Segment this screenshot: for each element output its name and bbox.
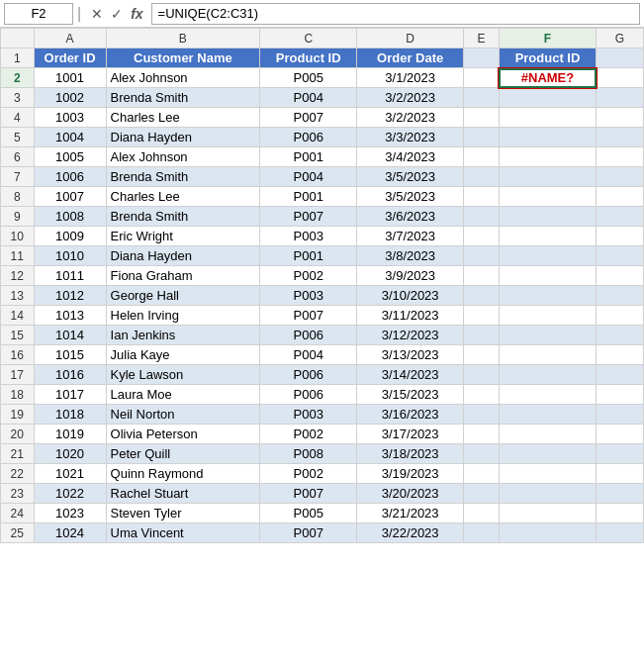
cell-g5[interactable] <box>597 128 644 147</box>
cell-a21[interactable]: 1020 <box>34 444 106 464</box>
cell-b1[interactable]: Customer Name <box>106 48 260 68</box>
cell-b21[interactable]: Peter Quill <box>106 444 260 464</box>
cell-d12[interactable]: 3/9/2023 <box>357 266 464 286</box>
cell-c8[interactable]: P001 <box>260 187 357 207</box>
cell-f25[interactable] <box>499 523 596 543</box>
cell-e8[interactable] <box>464 187 500 207</box>
cell-c1[interactable]: Product ID <box>260 48 357 68</box>
cell-a18[interactable]: 1017 <box>34 385 106 405</box>
cell-c19[interactable]: P003 <box>260 405 357 425</box>
cell-c12[interactable]: P002 <box>260 266 357 286</box>
cell-b24[interactable]: Steven Tyler <box>106 504 260 523</box>
cell-c6[interactable]: P001 <box>260 147 357 167</box>
cell-c17[interactable]: P006 <box>260 365 357 385</box>
cell-f11[interactable] <box>499 246 596 266</box>
cell-a17[interactable]: 1016 <box>34 365 106 385</box>
cell-g2[interactable] <box>597 68 644 88</box>
col-header-a[interactable]: A <box>34 29 106 48</box>
cell-c16[interactable]: P004 <box>260 345 357 365</box>
cell-b14[interactable]: Helen Irving <box>106 306 260 326</box>
cell-c9[interactable]: P007 <box>260 207 357 227</box>
cell-e7[interactable] <box>464 167 500 187</box>
cell-g11[interactable] <box>597 246 644 266</box>
cell-f18[interactable] <box>499 385 596 405</box>
cell-a7[interactable]: 1006 <box>34 167 106 187</box>
cell-e9[interactable] <box>464 207 500 227</box>
cell-g22[interactable] <box>597 464 644 484</box>
cell-g15[interactable] <box>597 326 644 345</box>
cell-b20[interactable]: Olivia Peterson <box>106 425 260 444</box>
cell-f3[interactable] <box>499 88 596 108</box>
col-header-f[interactable]: F <box>499 29 596 48</box>
cell-c2[interactable]: P005 <box>260 68 357 88</box>
cell-e23[interactable] <box>464 484 500 504</box>
cell-d24[interactable]: 3/21/2023 <box>357 504 464 523</box>
cell-c5[interactable]: P006 <box>260 128 357 147</box>
cell-c18[interactable]: P006 <box>260 385 357 405</box>
cell-f1[interactable]: Product ID <box>499 48 596 68</box>
cell-f14[interactable] <box>499 306 596 326</box>
cell-e20[interactable] <box>464 425 500 444</box>
cell-d19[interactable]: 3/16/2023 <box>357 405 464 425</box>
cell-d11[interactable]: 3/8/2023 <box>357 246 464 266</box>
cell-b4[interactable]: Charles Lee <box>106 108 260 128</box>
cell-a8[interactable]: 1007 <box>34 187 106 207</box>
cell-e2[interactable] <box>464 68 500 88</box>
cell-g3[interactable] <box>597 88 644 108</box>
cell-b11[interactable]: Diana Hayden <box>106 246 260 266</box>
cell-a9[interactable]: 1008 <box>34 207 106 227</box>
cell-d6[interactable]: 3/4/2023 <box>357 147 464 167</box>
cell-b12[interactable]: Fiona Graham <box>106 266 260 286</box>
cell-d18[interactable]: 3/15/2023 <box>357 385 464 405</box>
cell-f12[interactable] <box>499 266 596 286</box>
cell-a6[interactable]: 1005 <box>34 147 106 167</box>
cell-d22[interactable]: 3/19/2023 <box>357 464 464 484</box>
cell-g16[interactable] <box>597 345 644 365</box>
cell-c23[interactable]: P007 <box>260 484 357 504</box>
cell-e5[interactable] <box>464 128 500 147</box>
cell-f23[interactable] <box>499 484 596 504</box>
cell-c13[interactable]: P003 <box>260 286 357 306</box>
cell-c22[interactable]: P002 <box>260 464 357 484</box>
cell-b22[interactable]: Quinn Raymond <box>106 464 260 484</box>
cell-a13[interactable]: 1012 <box>34 286 106 306</box>
cell-b13[interactable]: George Hall <box>106 286 260 306</box>
cell-g1[interactable] <box>597 48 644 68</box>
cell-b23[interactable]: Rachel Stuart <box>106 484 260 504</box>
cell-a25[interactable]: 1024 <box>34 523 106 543</box>
cell-d15[interactable]: 3/12/2023 <box>357 326 464 345</box>
cell-c14[interactable]: P007 <box>260 306 357 326</box>
cell-a12[interactable]: 1011 <box>34 266 106 286</box>
cell-e22[interactable] <box>464 464 500 484</box>
cell-d9[interactable]: 3/6/2023 <box>357 207 464 227</box>
cell-d2[interactable]: 3/1/2023 <box>357 68 464 88</box>
cell-c24[interactable]: P005 <box>260 504 357 523</box>
cell-g4[interactable] <box>597 108 644 128</box>
name-box[interactable] <box>4 3 73 25</box>
cell-g19[interactable] <box>597 405 644 425</box>
cell-d17[interactable]: 3/14/2023 <box>357 365 464 385</box>
cell-g13[interactable] <box>597 286 644 306</box>
cell-e3[interactable] <box>464 88 500 108</box>
cell-e1[interactable] <box>464 48 500 68</box>
cell-e21[interactable] <box>464 444 500 464</box>
cell-g6[interactable] <box>597 147 644 167</box>
cell-b7[interactable]: Brenda Smith <box>106 167 260 187</box>
cell-a15[interactable]: 1014 <box>34 326 106 345</box>
cell-a3[interactable]: 1002 <box>34 88 106 108</box>
cell-c3[interactable]: P004 <box>260 88 357 108</box>
cell-f9[interactable] <box>499 207 596 227</box>
cell-f19[interactable] <box>499 405 596 425</box>
cell-a4[interactable]: 1003 <box>34 108 106 128</box>
cell-f17[interactable] <box>499 365 596 385</box>
cell-e24[interactable] <box>464 504 500 523</box>
function-icon[interactable]: fx <box>129 6 144 22</box>
cell-g17[interactable] <box>597 365 644 385</box>
cell-g14[interactable] <box>597 306 644 326</box>
cell-e4[interactable] <box>464 108 500 128</box>
cell-a16[interactable]: 1015 <box>34 345 106 365</box>
cell-g18[interactable] <box>597 385 644 405</box>
cell-d4[interactable]: 3/2/2023 <box>357 108 464 128</box>
cell-e15[interactable] <box>464 326 500 345</box>
cell-d21[interactable]: 3/18/2023 <box>357 444 464 464</box>
